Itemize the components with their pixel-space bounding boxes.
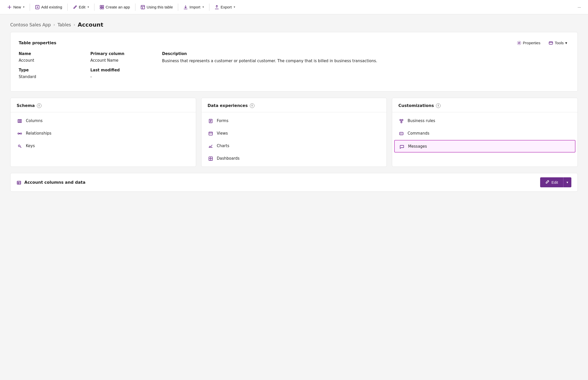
tools-btn-label: Tools [555,41,564,45]
charts-label: Charts [217,144,229,148]
forms-icon [208,118,214,123]
dashboards-item[interactable]: Dashboards [201,152,387,165]
type-label: Type [19,68,90,72]
business-rules-icon [398,118,404,123]
edit-pencil-icon [545,180,549,185]
messages-icon [399,144,405,149]
svg-rect-9 [141,5,145,9]
bottom-edit-chevron-button[interactable]: ▾ [563,177,571,187]
last-modified-label: Last modified [90,68,162,72]
toolbar: New ▾ Add existing Edit ▾ Create an app … [0,0,588,14]
separator-4 [135,4,135,11]
new-button[interactable]: New ▾ [4,3,28,11]
using-table-button[interactable]: Using this table [137,3,176,11]
breadcrumb-sep-1: › [54,23,55,27]
svg-rect-7 [100,7,102,9]
data-experiences-info-icon: i [250,103,254,108]
columns-item[interactable]: Columns [10,114,196,127]
create-app-button[interactable]: Create an app [97,3,133,11]
svg-rect-5 [100,5,102,7]
edit-toolbar-button[interactable]: Edit ▾ [70,3,92,11]
breadcrumb-app[interactable]: Contoso Sales App [10,22,51,27]
new-chevron-icon: ▾ [23,5,25,9]
type-value: Standard [19,74,90,79]
keys-icon [17,143,23,148]
breadcrumb-section: Contoso Sales App › Tables › Account [0,14,588,32]
using-table-icon [141,5,145,9]
separator-2 [67,4,68,11]
export-label: Export [221,5,232,9]
bottom-edit-button[interactable]: Edit [540,177,563,187]
data-experiences-card: Data experiences i Forms [201,98,387,167]
svg-point-14 [518,42,520,44]
customizations-info-icon: i [436,103,441,108]
commands-label: Commands [408,131,429,136]
name-value: Account [19,58,90,63]
svg-line-39 [402,121,402,122]
prop-col-1: Name Account Type Standard [19,51,90,84]
import-button[interactable]: Import ▾ [180,3,207,11]
svg-rect-6 [102,5,104,7]
schema-info-icon: i [37,103,41,108]
edit-btn-group: Edit ▾ [540,177,571,187]
bottom-edit-label: Edit [551,180,558,184]
svg-point-23 [18,145,20,147]
properties-btn-label: Properties [523,41,540,45]
edit-icon [73,5,77,9]
description-label: Description [162,51,569,56]
separator-6 [209,4,209,11]
add-existing-label: Add existing [41,5,62,9]
svg-rect-28 [209,132,212,135]
forms-label: Forms [217,118,229,123]
import-icon [183,5,188,9]
views-icon [208,131,214,136]
relationships-label: Relationships [26,131,51,136]
dashboards-icon [208,156,214,161]
primary-column-label: Primary column [90,51,162,56]
svg-rect-15 [549,42,553,44]
separator-5 [178,4,178,11]
export-icon [215,5,219,9]
svg-rect-18 [19,120,20,123]
views-item[interactable]: Views [201,127,387,139]
data-experiences-title: Data experiences [208,103,248,108]
breadcrumb: Contoso Sales App › Tables › Account [10,21,578,28]
plus-icon [7,5,12,9]
charts-icon [208,143,214,148]
commands-item[interactable]: Commands [392,127,578,139]
messages-label: Messages [408,144,427,149]
business-rules-label: Business rules [408,118,435,123]
edit-chevron-icon: ▾ [88,5,89,9]
table-icon [17,180,21,185]
properties-button[interactable]: Properties [515,39,542,46]
table-properties-card: Table properties Properties Tools [10,32,578,92]
add-existing-button[interactable]: Add existing [32,3,65,11]
relationships-item[interactable]: Relationships [10,127,196,139]
tools-button[interactable]: Tools ▾ [547,39,569,46]
business-rules-item[interactable]: Business rules [392,114,578,127]
forms-item[interactable]: Forms [201,114,387,127]
separator-1 [30,4,30,11]
messages-item[interactable]: Messages [394,140,575,153]
name-label: Name [19,51,90,56]
properties-gear-icon [517,40,521,45]
schema-title: Schema [17,103,35,108]
last-modified-value: - [90,74,162,79]
keys-item[interactable]: Keys [10,139,196,152]
charts-item[interactable]: Charts [201,139,387,152]
svg-rect-43 [17,181,21,184]
table-properties-header: Table properties Properties Tools [19,39,569,46]
breadcrumb-tables[interactable]: Tables [58,22,71,27]
bottom-bar-left: Account columns and data [17,180,85,185]
export-button[interactable]: Export ▾ [211,3,238,11]
schema-card-header: Schema i [10,98,196,112]
export-chevron-icon: ▾ [234,5,235,9]
svg-point-21 [20,133,22,134]
create-app-label: Create an app [106,5,130,9]
more-button[interactable]: ··· [574,3,584,11]
svg-line-38 [401,121,401,122]
svg-point-35 [402,120,403,121]
relationships-icon [17,131,23,136]
edit-toolbar-label: Edit [79,5,85,9]
dashboards-label: Dashboards [217,156,240,161]
